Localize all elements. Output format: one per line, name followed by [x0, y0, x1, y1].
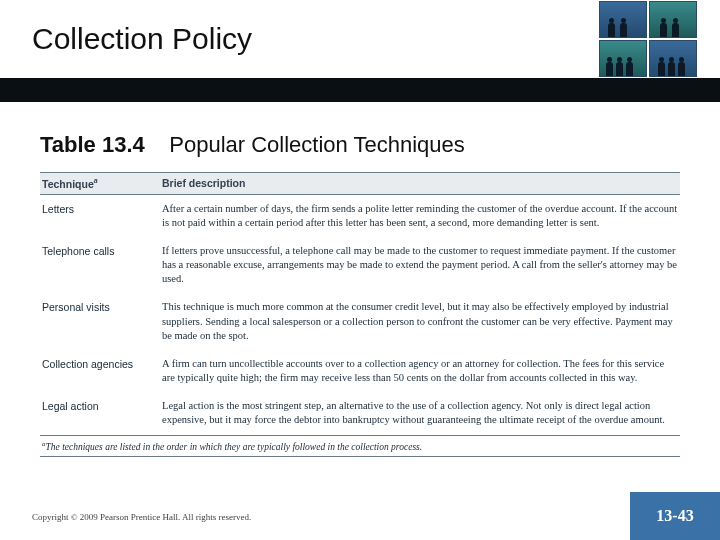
header-divider-bar [0, 78, 720, 102]
col-header-description: Brief description [158, 173, 680, 194]
cell-description: This technique is much more common at th… [158, 296, 680, 347]
cell-technique: Collection agencies [40, 353, 158, 389]
table-caption: Table 13.4 Popular Collection Techniques [40, 132, 465, 158]
cell-description: If letters prove unsuccessful, a telepho… [158, 240, 680, 291]
slide-header: Collection Policy [0, 0, 720, 110]
cell-technique: Letters [40, 198, 158, 234]
table-row: Personal visits This technique is much m… [40, 293, 680, 350]
cell-description: A firm can turn uncollectible accounts o… [158, 353, 680, 389]
table-row: Telephone calls If letters prove unsucce… [40, 237, 680, 294]
table-footnote: aThe techniques are listed in the order … [40, 435, 680, 457]
copyright-text: Copyright © 2009 Pearson Prentice Hall. … [32, 512, 251, 522]
page-number-tab: 13-43 [630, 492, 720, 540]
cell-description: After a certain number of days, the firm… [158, 198, 680, 234]
page-title: Collection Policy [32, 22, 252, 56]
table-number: Table 13.4 [40, 132, 145, 157]
table-title: Popular Collection Techniques [169, 132, 465, 157]
table-row: Collection agencies A firm can turn unco… [40, 350, 680, 392]
cell-technique: Personal visits [40, 296, 158, 347]
cell-technique: Telephone calls [40, 240, 158, 291]
techniques-table: Techniquea Brief description Letters Aft… [40, 172, 680, 457]
table-row: Letters After a certain number of days, … [40, 195, 680, 237]
page-number: 13-43 [656, 507, 693, 525]
decorative-building-graphic [598, 0, 698, 78]
table-row: Legal action Legal action is the most st… [40, 392, 680, 434]
cell-description: Legal action is the most stringent step,… [158, 395, 680, 431]
table-header-row: Techniquea Brief description [40, 172, 680, 195]
cell-technique: Legal action [40, 395, 158, 431]
col-header-technique: Techniquea [40, 173, 158, 194]
